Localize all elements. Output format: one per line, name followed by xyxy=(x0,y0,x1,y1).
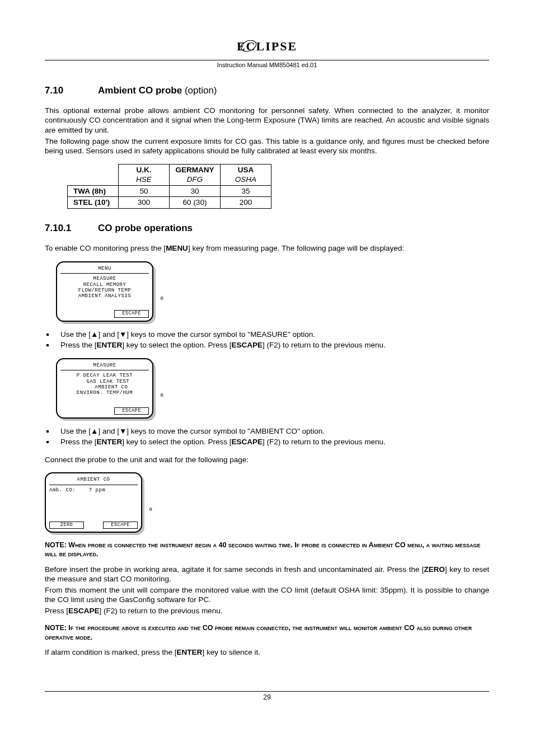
page-number: 29 xyxy=(263,693,270,701)
softkey-zero: ZERO xyxy=(49,522,84,529)
page-footer: 29 xyxy=(45,691,489,702)
section-title-suffix: (option) xyxy=(182,85,217,96)
enable-co-instruction: To enable CO monitoring press the [MENU]… xyxy=(45,243,489,253)
table-row: STEL (10') 300 60 (30) 200 xyxy=(68,197,271,209)
page-header: ECLIPSE xyxy=(45,39,489,58)
cell: 300 xyxy=(119,197,170,209)
list-item: Press the [ENTER] key to select the opti… xyxy=(55,340,489,350)
zero-key: ZERO xyxy=(424,565,445,574)
section-title: Ambient CO probe xyxy=(98,85,182,96)
section-number: 7.10.1 xyxy=(45,222,98,234)
exposure-limits-table: U.K.HSE GERMANYDFG USAOSHA TWA (8h) 50 3… xyxy=(67,164,271,209)
note-text: When probe is connected the instrument b… xyxy=(45,541,480,558)
enter-key: ENTER xyxy=(177,648,203,656)
lcd-title: AMBIENT CO xyxy=(49,473,138,485)
section-7-10-1-heading: 7.10.1CO probe operations xyxy=(45,222,489,234)
softkey-escape: ESCAPE xyxy=(114,407,149,415)
table-row: TWA (8h) 50 30 35 xyxy=(68,185,271,197)
instruction-list-2: Use the [▲] and [▼] keys to move the cur… xyxy=(55,426,489,447)
section-7-10-heading: 7.10Ambient CO probe (option) xyxy=(45,84,489,97)
menu-key: MENU xyxy=(166,244,188,252)
lcd-side-marker: 0 xyxy=(149,507,152,514)
lcd-side-marker: 0 xyxy=(161,393,163,400)
escape-key: ESCAPE xyxy=(68,607,100,615)
enter-key: ENTER xyxy=(97,438,123,446)
instruction-list-1: Use the [▲] and [▼] keys to move the cur… xyxy=(55,330,489,350)
manual-id: Instruction Manual MM850481 ed.01 xyxy=(45,60,489,69)
connect-probe-instruction: Connect the probe to the unit and wait f… xyxy=(45,455,489,465)
note-1: NOTE: When probe is connected the instru… xyxy=(45,541,489,559)
lcd-side-marker: 0 xyxy=(161,296,163,303)
cell: 30 xyxy=(170,185,221,197)
alarm-instruction: If alarm condition is marked, press the … xyxy=(45,647,489,658)
cell: 50 xyxy=(119,185,170,197)
section-title: CO probe operations xyxy=(98,223,193,233)
lcd-body: P DECAY LEAK TEST GAS LEAK TEST AMBIENT … xyxy=(57,370,152,398)
col-germany: GERMANYDFG xyxy=(170,164,221,185)
table-corner xyxy=(68,164,119,185)
limit-instruction: From this moment the unit will compare t… xyxy=(45,585,489,605)
escape-key: ESCAPE xyxy=(231,438,263,446)
lcd-screenshot-measure: MEASURE P DECAY LEAK TEST GAS LEAK TEST … xyxy=(56,358,162,419)
lcd-screenshot-ambient-co: AMBIENT CO Amb. CO: 7 ppm ZERO ESCAPE 0 xyxy=(45,472,151,533)
intro-paragraph-2: The following page show the current expo… xyxy=(45,137,489,156)
row-label-stel: STEL (10') xyxy=(68,197,119,209)
list-item: Use the [▲] and [▼] keys to move the cur… xyxy=(55,330,489,340)
escape-key: ESCAPE xyxy=(231,341,263,349)
note-lead: NOTE: xyxy=(45,541,68,549)
note-2: NOTE: If the procedure above is executed… xyxy=(45,623,489,642)
lcd-screenshot-menu: MENU MEASURE RECALL MEMORY FLOW/RETURN T… xyxy=(56,261,162,322)
list-item: Press the [ENTER] key to select the opti… xyxy=(55,437,489,447)
col-uk: U.K.HSE xyxy=(119,164,170,185)
cell: 60 (30) xyxy=(170,197,221,209)
row-label-twa: TWA (8h) xyxy=(68,185,119,197)
escape-instruction: Press [ESCAPE] (F2) to return to the pre… xyxy=(45,606,489,616)
note-lead: NOTE: xyxy=(45,624,68,632)
softkey-escape: ESCAPE xyxy=(103,522,138,529)
section-number: 7.10 xyxy=(45,84,98,97)
lcd-body: Amb. CO: 7 ppm xyxy=(46,485,141,495)
softkey-escape: ESCAPE xyxy=(114,310,149,317)
lcd-title: MEASURE xyxy=(60,359,149,371)
note-text: If the procedure above is executed and t… xyxy=(45,624,472,641)
lcd-body: MEASURE RECALL MEMORY FLOW/RETURN TEMP A… xyxy=(57,274,152,301)
list-item: Use the [▲] and [▼] keys to move the cur… xyxy=(55,426,489,436)
cell: 35 xyxy=(221,185,271,197)
intro-paragraph-1: This optional external probe allows ambi… xyxy=(45,106,489,135)
lcd-title: MENU xyxy=(60,262,149,274)
cell: 200 xyxy=(221,197,271,209)
col-usa: USAOSHA xyxy=(221,164,271,185)
zero-instruction: Before insert the probe in working area,… xyxy=(45,565,489,584)
eclipse-logo: ECLIPSE xyxy=(219,39,315,55)
enter-key: ENTER xyxy=(97,341,123,349)
